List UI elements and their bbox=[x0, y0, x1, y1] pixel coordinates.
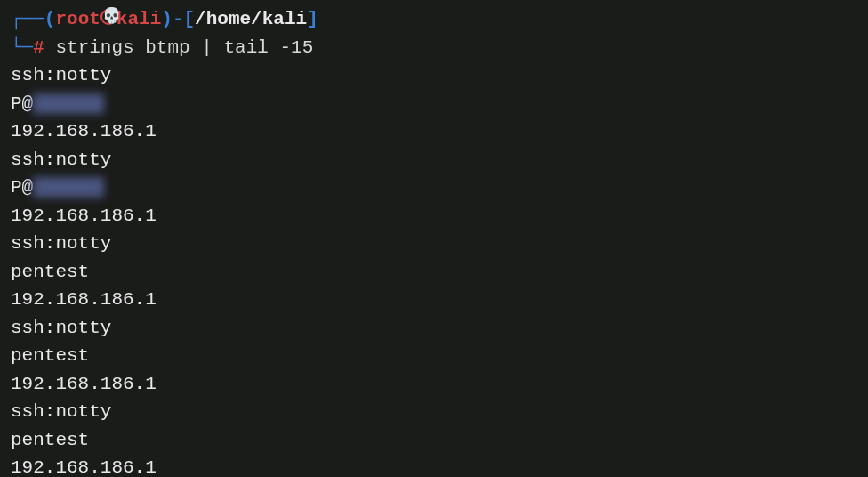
output-line: 192.168.186.1 bbox=[11, 286, 857, 314]
prompt-host: kali bbox=[117, 9, 161, 29]
output-line: 192.168.186.1 bbox=[11, 117, 857, 146]
output-line: pentest bbox=[11, 342, 857, 370]
prompt-paren-close: ) bbox=[161, 9, 173, 29]
prompt-command[interactable]: strings btmp | tail -15 bbox=[44, 37, 313, 58]
terminal-output: ssh:nottyP@ssword192.168.186.1ssh:nottyP… bbox=[11, 61, 857, 477]
output-line: 192.168.186.1 bbox=[11, 370, 857, 399]
output-text: P@ bbox=[11, 177, 33, 198]
prompt-box-bottom: └─ bbox=[11, 34, 33, 62]
prompt-user: root bbox=[55, 9, 100, 29]
blurred-text: ssword bbox=[33, 177, 104, 198]
output-line: ssh:notty bbox=[11, 61, 857, 90]
output-line: P@ssword bbox=[11, 90, 857, 118]
output-line: P@ssword bbox=[11, 174, 857, 202]
prompt-dash: - bbox=[173, 9, 184, 29]
output-line: ssh:notty bbox=[11, 398, 857, 426]
prompt-paren-open: ( bbox=[44, 9, 56, 29]
prompt-box-top: ┌── bbox=[11, 5, 44, 34]
output-line: ssh:notty bbox=[11, 314, 857, 343]
terminal-window: ┌──(root💀kali)-[/home/kali] └─# strings … bbox=[11, 5, 857, 477]
prompt-line-2[interactable]: └─# strings btmp | tail -15 bbox=[11, 34, 857, 62]
output-line: pentest bbox=[11, 426, 857, 455]
prompt-line-1: ┌──(root💀kali)-[/home/kali] bbox=[11, 5, 857, 34]
prompt-bracket-close: ] bbox=[307, 9, 318, 29]
output-line: 192.168.186.1 bbox=[11, 202, 857, 230]
skull-icon: 💀 bbox=[100, 9, 117, 25]
output-text: P@ bbox=[11, 93, 33, 114]
prompt-path: /home/kali bbox=[195, 9, 307, 29]
prompt-bracket-open: [ bbox=[183, 9, 195, 29]
output-line: ssh:notty bbox=[11, 230, 857, 258]
prompt-hash: # bbox=[33, 37, 44, 58]
output-line: pentest bbox=[11, 258, 857, 287]
output-line: ssh:notty bbox=[11, 146, 857, 174]
output-line: 192.168.186.1 bbox=[11, 454, 857, 477]
blurred-text: ssword bbox=[33, 93, 104, 114]
